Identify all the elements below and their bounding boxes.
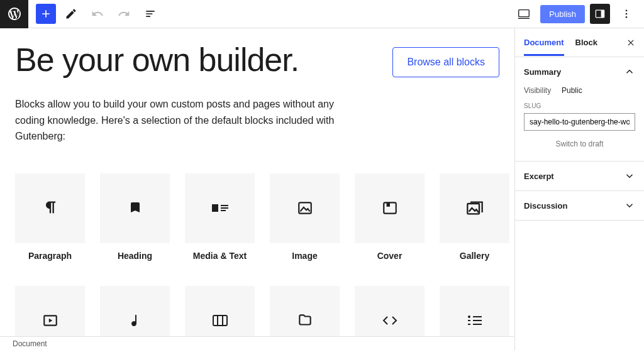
switch-to-draft-button[interactable]: Switch to draft [524, 131, 635, 152]
breadcrumb[interactable]: Document [0, 336, 514, 351]
block-paragraph[interactable]: Paragraph [15, 173, 85, 261]
svg-rect-13 [386, 203, 389, 207]
cover-icon [355, 173, 425, 243]
visibility-label: Visibility [524, 86, 562, 95]
editor-canvas: Be your own builder. Browse all blocks B… [0, 28, 514, 351]
block-cover[interactable]: Cover [355, 173, 425, 261]
svg-rect-3 [601, 10, 604, 18]
description-paragraph[interactable]: Blocks allow you to build your own custo… [15, 96, 355, 145]
discussion-panel-toggle[interactable]: Discussion [515, 191, 644, 220]
redo-button[interactable] [113, 3, 135, 25]
page-title[interactable]: Be your own builder. [15, 43, 299, 76]
slug-input[interactable] [524, 113, 635, 131]
block-heading[interactable]: Heading [100, 173, 170, 261]
more-options-button[interactable] [615, 3, 638, 25]
settings-sidebar: Document Block Summary Visibility Public… [514, 28, 644, 351]
svg-point-20 [468, 315, 470, 318]
top-toolbar: Publish [0, 0, 644, 28]
svg-rect-7 [212, 204, 218, 212]
tab-document[interactable]: Document [524, 29, 564, 56]
svg-point-6 [626, 16, 628, 18]
svg-rect-0 [519, 10, 530, 17]
image-icon [270, 173, 340, 243]
chevron-down-icon [624, 170, 635, 182]
svg-marker-16 [48, 319, 52, 323]
publish-button[interactable]: Publish [540, 5, 585, 23]
settings-sidebar-toggle[interactable] [590, 4, 610, 24]
svg-point-4 [626, 9, 628, 11]
document-outline-button[interactable] [139, 3, 162, 25]
close-sidebar-button[interactable] [626, 38, 635, 47]
svg-rect-17 [213, 315, 227, 326]
add-block-button[interactable] [36, 4, 56, 24]
browse-blocks-button[interactable]: Browse all blocks [392, 47, 499, 77]
tab-block[interactable]: Block [575, 29, 597, 56]
undo-button[interactable] [86, 3, 109, 25]
close-icon [626, 38, 635, 47]
block-image[interactable]: Image [270, 173, 340, 261]
excerpt-panel-toggle[interactable]: Excerpt [515, 162, 644, 190]
visibility-value[interactable]: Public [562, 86, 582, 95]
paragraph-icon [15, 173, 85, 243]
slug-label: SLUG [524, 102, 635, 109]
svg-point-5 [626, 13, 628, 15]
block-gallery[interactable]: Gallery [440, 173, 509, 261]
gallery-icon [440, 173, 509, 243]
edit-mode-button[interactable] [60, 3, 82, 25]
summary-panel-toggle[interactable]: Summary [515, 57, 644, 86]
media-text-icon [185, 173, 255, 243]
heading-icon [100, 173, 170, 243]
chevron-up-icon [624, 66, 635, 77]
block-media-text[interactable]: Media & Text [185, 173, 255, 261]
chevron-down-icon [624, 200, 635, 211]
preview-button[interactable] [513, 3, 535, 25]
wordpress-logo[interactable] [0, 0, 28, 28]
